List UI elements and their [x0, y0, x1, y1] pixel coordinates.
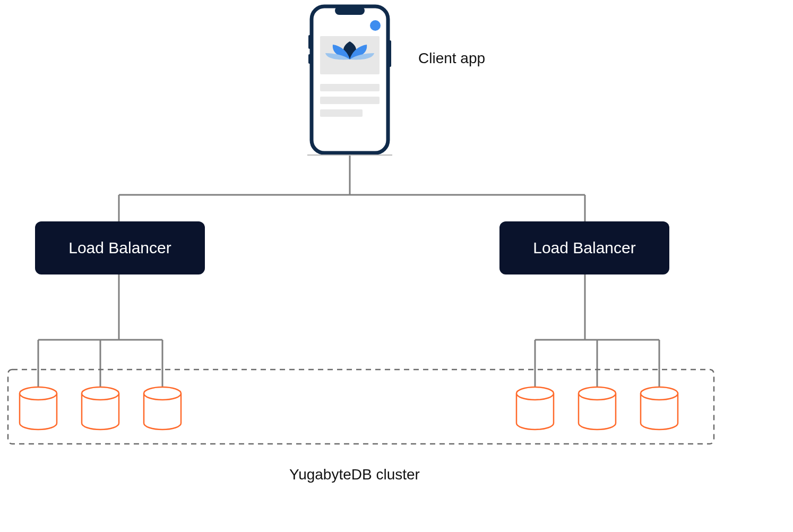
- diagram-canvas: Client app Load Balancer Load Balancer: [0, 0, 793, 532]
- cluster-label: YugabyteDB cluster: [289, 466, 420, 483]
- svg-point-19: [370, 20, 381, 31]
- svg-rect-16: [308, 54, 311, 64]
- svg-rect-23: [320, 109, 363, 117]
- load-balancer-left: Load Balancer: [35, 221, 205, 274]
- svg-rect-15: [308, 35, 311, 49]
- svg-rect-21: [320, 84, 380, 91]
- client-app-phone-icon: [307, 3, 392, 162]
- load-balancer-right: Load Balancer: [499, 221, 669, 274]
- svg-rect-22: [320, 97, 380, 104]
- svg-rect-17: [389, 40, 391, 67]
- client-app-label: Client app: [418, 50, 485, 67]
- svg-rect-18: [335, 6, 365, 15]
